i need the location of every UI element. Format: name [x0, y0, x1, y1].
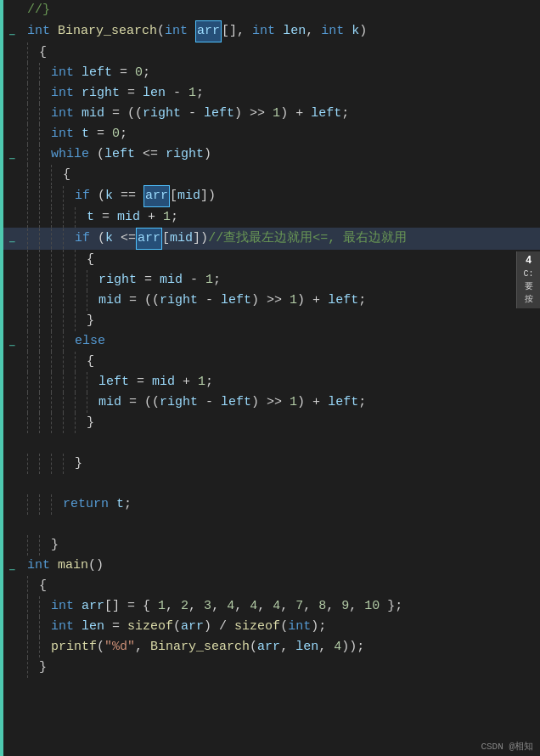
id-arr-12: arr	[138, 231, 160, 245]
line-content-17: else	[24, 331, 540, 352]
line-19: left = mid + 1;	[0, 372, 540, 392]
line-content-1: //}	[24, 0, 540, 20]
vline-10b	[39, 186, 40, 206]
id-mid-10: mid	[177, 186, 200, 206]
line-content-31: int len = sizeof(arr) / sizeof(int);	[24, 617, 540, 637]
op-assign-11: =	[94, 207, 117, 228]
line-25: return t;	[0, 494, 540, 515]
num-1-20: 1	[290, 392, 297, 413]
right-panel[interactable]: 4 C: 要 按	[516, 251, 540, 308]
op-brace-open-29: {	[39, 576, 47, 596]
kw-int-7: int	[51, 124, 82, 144]
vline-13a	[27, 250, 28, 270]
vline-7a	[27, 124, 28, 144]
op-brace-open-9: {	[63, 165, 70, 185]
vline-25c	[51, 494, 52, 515]
comment-12: //查找最左边就用<=, 最右边就用	[208, 228, 407, 249]
op-semi-5: ;	[196, 83, 204, 104]
line-content-18: {	[24, 352, 540, 372]
op-bracket-2: [],	[222, 21, 252, 42]
line-28: ⎯ int main()	[0, 556, 540, 576]
vline-19d	[63, 372, 64, 392]
op-brace-open-3: {	[39, 42, 47, 63]
id-right-14: right	[98, 270, 137, 291]
fold-icon-28[interactable]: ⎯	[9, 556, 15, 576]
op-paren-12: (	[98, 228, 105, 249]
id-right-6: right	[143, 104, 181, 124]
op-paren-31b: (	[280, 617, 288, 637]
id-t-11: t	[87, 207, 94, 228]
id-arr-30: arr	[82, 596, 104, 617]
op-brace-close-23: }	[75, 454, 82, 474]
op-assign-5: =	[120, 83, 143, 104]
vline-16d	[63, 311, 64, 331]
line-7: int t = 0;	[0, 124, 540, 144]
op-brace-open-18: {	[87, 352, 94, 372]
line-17: ⎯ else	[0, 331, 540, 352]
vline-15b	[39, 291, 40, 311]
op-30: [] = {	[104, 596, 158, 617]
vline-14c	[51, 270, 52, 291]
fold-icon-8[interactable]: ⎯	[9, 144, 15, 165]
line-6: int mid = ((right - left) >> 1) + left;	[0, 104, 540, 124]
line-16: }	[0, 311, 540, 331]
kw-while-8: while	[51, 144, 97, 165]
id-right-8: right	[166, 144, 204, 165]
kw-int-k: int	[321, 21, 352, 42]
op-semi-11: ;	[171, 207, 178, 228]
vline-19f	[87, 372, 87, 392]
fold-icon-12[interactable]: ⎯	[9, 228, 15, 248]
vline-11d	[63, 207, 64, 228]
gutter-28[interactable]: ⎯	[0, 556, 24, 576]
code-editor: //} ⎯ int Binary_search(int arr[], int l…	[0, 0, 540, 678]
code-lines: //} ⎯ int Binary_search(int arr[], int l…	[0, 0, 540, 678]
right-panel-an: 按	[525, 294, 533, 305]
fold-icon-2[interactable]: ⎯	[9, 20, 15, 41]
op-bracket-12: [	[162, 228, 170, 249]
line-content-13: {	[24, 250, 540, 270]
op-paren-close-8: )	[204, 144, 211, 165]
vline-14d	[63, 270, 64, 291]
line-content-6: int mid = ((right - left) >> 1) + left;	[24, 104, 540, 124]
op-minus-20: -	[198, 392, 221, 413]
vline-12c	[51, 228, 52, 249]
id-len-32: len	[295, 637, 318, 657]
vline-18b	[39, 352, 40, 372]
line-content-33: }	[24, 657, 540, 678]
line-21: }	[0, 413, 540, 433]
left-green-bar	[0, 0, 3, 756]
line-content-10: if (k == arr[mid])	[24, 185, 540, 207]
kw-return-25: return	[63, 494, 116, 515]
kw-int-31: int	[51, 617, 82, 637]
line-content-22	[24, 433, 540, 454]
op-plus-19: +	[175, 372, 198, 392]
op-assign-14: =	[137, 270, 160, 291]
op-15: = ((	[121, 291, 160, 311]
id-arr-32: arr	[257, 637, 280, 657]
num-0-7: 0	[112, 124, 120, 144]
vline-14a	[27, 270, 28, 291]
id-len-5: len	[143, 83, 166, 104]
num-1-5: 1	[188, 83, 196, 104]
vline-13c	[51, 250, 52, 270]
gutter-12[interactable]: ⎯	[0, 228, 24, 248]
line-30: int arr[] = { 1, 2, 3, 4, 4, 4, 7, 8, 9,…	[0, 596, 540, 617]
vline-16c	[51, 311, 52, 331]
line-10: if (k == arr[mid])	[0, 185, 540, 207]
op-minus-14: -	[183, 270, 205, 291]
op-assign-7: =	[89, 124, 112, 144]
gutter-8[interactable]: ⎯	[0, 144, 24, 165]
vline-32b	[39, 637, 40, 657]
line-32: printf("%d", Binary_search(arr, len, 4))…	[0, 637, 540, 657]
line-content-9: {	[24, 165, 540, 185]
fold-icon-17[interactable]: ⎯	[9, 331, 15, 352]
id-mid-11: mid	[117, 207, 140, 228]
op-assign-19: =	[129, 372, 152, 392]
op-semi-15: ;	[358, 291, 366, 311]
vline-20e	[75, 392, 76, 413]
vline-15e	[75, 291, 76, 311]
line-content-20: mid = ((right - left) >> 1) + left;	[24, 392, 540, 413]
gutter-17[interactable]: ⎯	[0, 331, 24, 352]
gutter-2[interactable]: ⎯	[0, 20, 24, 41]
vline-9c	[51, 165, 52, 185]
